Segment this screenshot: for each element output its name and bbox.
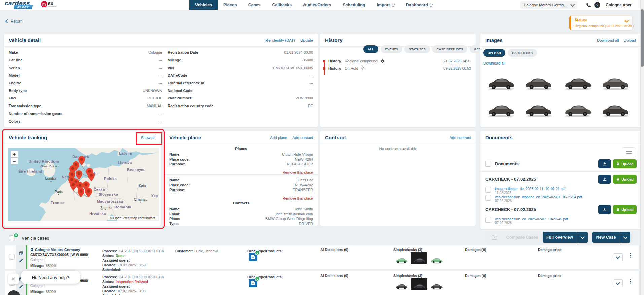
pencil-icon[interactable] bbox=[19, 285, 23, 289]
map-zoom-out-button[interactable]: − bbox=[11, 158, 18, 165]
nav-tab-dashboard[interactable]: Dashboard bbox=[400, 0, 438, 10]
documents-group-checkbox[interactable] bbox=[485, 161, 491, 167]
return-link[interactable]: Return bbox=[6, 19, 23, 23]
msx-international: international bbox=[48, 5, 57, 7]
geo-location-icon[interactable] bbox=[361, 66, 365, 70]
download-all-images-link[interactable]: Download all bbox=[483, 61, 505, 65]
simplecheck-thumbnail[interactable] bbox=[429, 278, 445, 290]
lock-icon bbox=[616, 208, 620, 211]
help-icon[interactable]: ? bbox=[594, 2, 600, 8]
folder-download-icon bbox=[492, 235, 497, 240]
file-checkbox[interactable] bbox=[485, 195, 491, 201]
case-city: Cologne | bbox=[30, 284, 45, 288]
download-all-link[interactable]: Download all bbox=[597, 38, 619, 42]
simplecheck-thumbnail[interactable] bbox=[429, 252, 445, 264]
simplecheck-thumbnail[interactable] bbox=[393, 278, 409, 290]
map-zoom-in-button[interactable]: + bbox=[11, 151, 18, 158]
status-box[interactable]: Status: Regional compound (14.07.2025 10… bbox=[569, 15, 633, 30]
case-menu-button[interactable]: ⋮ bbox=[628, 280, 633, 282]
nav-tab-cases[interactable]: Cases bbox=[243, 0, 266, 10]
geo-location-icon[interactable] bbox=[380, 59, 385, 63]
nav-tab-scheduling[interactable]: Scheduling bbox=[337, 0, 371, 10]
openstreetmap-canvas[interactable]: Danmark Latvija Lietuva Беларусь United … bbox=[8, 148, 159, 221]
download-section-button[interactable] bbox=[598, 205, 611, 214]
chevron-down-icon[interactable] bbox=[624, 18, 629, 23]
full-overview-button[interactable]: Full overview bbox=[543, 232, 588, 243]
dealer-selector[interactable]: Cologne Motors Germa... bbox=[520, 1, 577, 9]
tab-carchecks[interactable]: CARCHECKS bbox=[508, 49, 537, 57]
case-damages: Damages (0) bbox=[465, 273, 486, 278]
reidentify-dat-link[interactable]: Re-identify (DAT) bbox=[265, 38, 295, 42]
tracking-map[interactable]: Danmark Latvija Lietuva Беларусь United … bbox=[8, 148, 159, 221]
user-menu[interactable]: Cologne user bbox=[606, 3, 632, 7]
export-cases-button bbox=[487, 232, 502, 243]
simplecheck-thumbnail[interactable] bbox=[411, 252, 427, 264]
vehicle-photo-thumbnail[interactable] bbox=[483, 94, 518, 118]
vehicle-photo-thumbnail[interactable] bbox=[522, 94, 557, 118]
page-scrollbar-thumb[interactable] bbox=[641, 9, 644, 67]
download-selected-button[interactable] bbox=[598, 159, 611, 168]
vehicle-photo-thumbnail[interactable] bbox=[598, 67, 634, 91]
vehicle-photo-thumbnail[interactable] bbox=[522, 67, 557, 91]
documents-menu-button[interactable] bbox=[622, 147, 636, 157]
case-checkbox[interactable] bbox=[9, 254, 15, 260]
filter-chip-case-statuses[interactable]: CASE STATUSES bbox=[432, 45, 467, 53]
document-link[interactable]: vehiclecondition_en_2025-02-07_10-22-45.… bbox=[495, 217, 568, 221]
document-link[interactable]: imagecollector_de_2025-02-11_10-49-21.pd… bbox=[495, 187, 565, 191]
chat-close-button[interactable]: ✕ bbox=[8, 273, 19, 284]
chat-bubble[interactable]: Hi. Need any help? bbox=[21, 271, 80, 284]
download-section-button[interactable] bbox=[598, 175, 611, 184]
document-link[interactable]: vehiclecondition_woprice_en_2025-02-07_1… bbox=[495, 195, 582, 199]
file-checkbox[interactable] bbox=[485, 217, 491, 223]
tab-upload[interactable]: UPLOAD bbox=[483, 49, 505, 57]
nav-tab-callbacks[interactable]: Callbacks bbox=[266, 0, 297, 10]
update-link[interactable]: Update bbox=[300, 38, 313, 42]
file-checkbox[interactable] bbox=[485, 187, 491, 193]
vehicle-photo-thumbnail[interactable] bbox=[483, 67, 518, 91]
nav-tab-audits-orders[interactable]: Audits/Orders bbox=[297, 0, 337, 10]
vehicle-photo-thumbnail[interactable] bbox=[598, 94, 634, 118]
filter-chip-statuses[interactable]: STATUSES bbox=[404, 45, 430, 53]
expand-case-button[interactable] bbox=[613, 253, 623, 261]
add-place-link[interactable]: Add place bbox=[270, 136, 287, 140]
vehicle-detail-panel: Vehicle detail Re-identify (DAT) Update … bbox=[4, 34, 318, 127]
nav-tab-vehicles[interactable]: Vehicles bbox=[189, 0, 218, 10]
add-contact-link[interactable]: Add contact bbox=[292, 136, 313, 140]
case-menu-button[interactable]: ⋮ bbox=[628, 254, 633, 256]
new-case-button[interactable]: New Case bbox=[592, 232, 630, 243]
new-case-dropdown[interactable] bbox=[620, 236, 630, 238]
panel-title: Vehicle tracking bbox=[9, 135, 47, 140]
divider bbox=[165, 174, 318, 175]
vehicle-photo-thumbnail[interactable] bbox=[560, 94, 595, 118]
history-entry[interactable]: History On Hold 09.02.2025 00:53 bbox=[328, 66, 471, 70]
remove-place-link[interactable]: Remove this place bbox=[283, 196, 313, 200]
full-overview-dropdown[interactable] bbox=[577, 236, 588, 238]
upload-button[interactable]: Upload bbox=[613, 159, 637, 168]
upload-button[interactable]: Upload bbox=[613, 175, 637, 184]
cases-count-badge: 0 bbox=[13, 233, 19, 238]
filter-chip-events[interactable]: EVENTS bbox=[381, 45, 402, 53]
vehicle-photo-thumbnail[interactable] bbox=[560, 67, 595, 91]
show-all-link[interactable]: Show all bbox=[141, 136, 155, 140]
case-row[interactable]: Cologne Motors Germany CM7XXSUVEX5X00005… bbox=[5, 271, 639, 295]
case-dealer[interactable]: Cologne Motors Germany bbox=[30, 248, 80, 252]
phone-icon[interactable] bbox=[586, 3, 591, 7]
filter-chip-all[interactable]: ALL bbox=[363, 45, 378, 53]
case-row[interactable]: Cologne Motors Germany CM7XXSUVEX5X00005… bbox=[5, 245, 639, 269]
upload-link[interactable]: Upload bbox=[624, 38, 636, 42]
divider bbox=[480, 171, 641, 172]
upload-button[interactable]: Upload bbox=[613, 205, 637, 214]
places-header: Places bbox=[165, 146, 318, 151]
panel-title: Vehicle place bbox=[169, 135, 201, 140]
copy-icon[interactable] bbox=[19, 251, 23, 255]
add-contract-link[interactable]: Add contract bbox=[449, 136, 471, 140]
history-entry[interactable]: History Regional compound 21.02.2025 14:… bbox=[328, 59, 471, 63]
simplecheck-thumbnail[interactable] bbox=[393, 252, 409, 264]
vehicle-photo-row bbox=[483, 67, 634, 91]
pencil-icon[interactable] bbox=[19, 259, 23, 263]
expand-case-button[interactable] bbox=[613, 279, 623, 287]
remove-place-link[interactable]: Remove this place bbox=[283, 170, 313, 174]
case-simplechecks: Simplechecks (3) bbox=[393, 273, 422, 278]
nav-tab-places[interactable]: Places bbox=[218, 0, 243, 10]
nav-tab-import[interactable]: Import bbox=[371, 0, 400, 10]
